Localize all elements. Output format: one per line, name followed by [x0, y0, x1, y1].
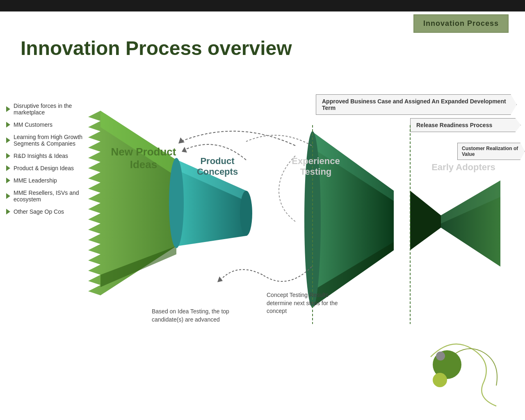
page-title: Innovation Process overview [21, 37, 292, 59]
early-adopters-label: Early Adopters [431, 162, 496, 173]
experience-testing-label: Experience Testing [281, 156, 351, 178]
svg-point-1 [240, 191, 252, 236]
deco-circle-small [436, 352, 445, 361]
product-concepts-label: Product Concepts [187, 156, 248, 178]
concept-testing-note: Concept Testing Results determine next s… [267, 291, 349, 315]
idea-testing-note: Based on Idea Testing, the top candidate… [152, 308, 234, 324]
deco-circle-medium [433, 373, 447, 387]
diagram-area: Disruptive forces in the marketplace MM … [0, 70, 525, 420]
top-bar [0, 0, 525, 11]
svg-point-0 [169, 158, 184, 248]
innovation-badge: Innovation Process [413, 14, 509, 33]
svg-marker-7 [217, 276, 223, 282]
new-product-ideas-label: New Product Ideas [109, 146, 178, 171]
svg-marker-6 [182, 147, 187, 153]
